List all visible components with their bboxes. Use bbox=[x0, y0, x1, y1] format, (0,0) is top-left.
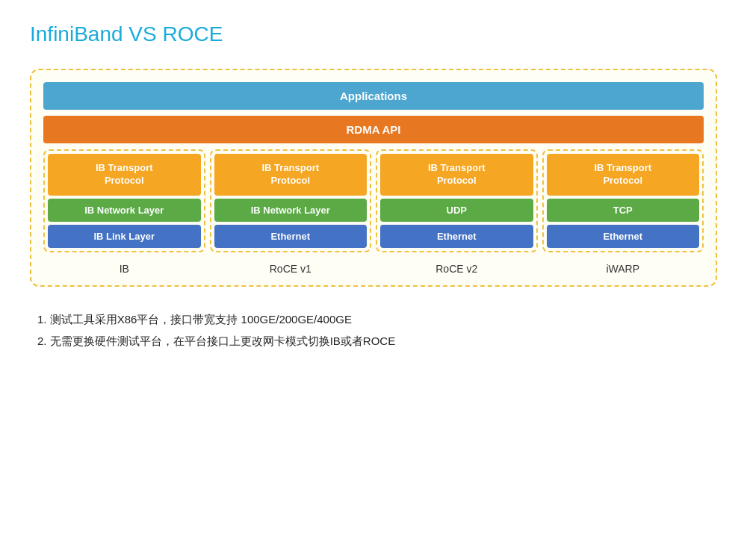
column-roce-v2: IB TransportProtocol UDP Ethernet bbox=[376, 149, 538, 252]
columns-section: IB TransportProtocol IB Network Layer IB… bbox=[43, 149, 704, 252]
label-ib: IB bbox=[43, 260, 205, 278]
roce-v2-transport: IB TransportProtocol bbox=[380, 154, 533, 196]
roce-v2-link: Ethernet bbox=[380, 225, 533, 248]
ib-transport: IB TransportProtocol bbox=[48, 154, 201, 196]
roce-v2-network: UDP bbox=[380, 199, 533, 222]
column-roce-v1: IB TransportProtocol IB Network Layer Et… bbox=[210, 149, 372, 252]
roce-v1-transport: IB TransportProtocol bbox=[214, 154, 368, 196]
applications-row: Applications bbox=[43, 82, 704, 110]
column-iwarp: IB TransportProtocol TCP Ethernet bbox=[542, 149, 704, 252]
rdma-api-cell: RDMA API bbox=[43, 116, 704, 143]
labels-row: IB RoCE v1 RoCE v2 iWARP bbox=[43, 260, 704, 278]
roce-v1-network: IB Network Layer bbox=[214, 199, 368, 222]
roce-v1-link: Ethernet bbox=[214, 225, 368, 248]
note-1: 测试工具采用X86平台，接口带宽支持 100GE/200GE/400GE bbox=[37, 309, 717, 331]
note-2: 无需更换硬件测试平台，在平台接口上更改网卡模式切换IB或者ROCE bbox=[37, 331, 717, 352]
diagram-container: Applications RDMA API IB TransportProtoc… bbox=[30, 69, 717, 287]
rdma-api-row: RDMA API bbox=[43, 116, 704, 143]
diagram-inner: Applications RDMA API IB TransportProtoc… bbox=[43, 82, 704, 278]
iwarp-link: Ethernet bbox=[547, 225, 700, 248]
ib-link: IB Link Layer bbox=[48, 225, 201, 248]
ib-network: IB Network Layer bbox=[48, 199, 201, 222]
label-roce-v1: RoCE v1 bbox=[210, 260, 372, 278]
page-title: InfiniBand VS ROCE bbox=[30, 22, 717, 46]
notes-section: 测试工具采用X86平台，接口带宽支持 100GE/200GE/400GE 无需更… bbox=[30, 309, 717, 352]
label-iwarp: iWARP bbox=[542, 260, 704, 278]
notes-list: 测试工具采用X86平台，接口带宽支持 100GE/200GE/400GE 无需更… bbox=[30, 309, 717, 352]
iwarp-transport: IB TransportProtocol bbox=[547, 154, 700, 196]
applications-cell: Applications bbox=[43, 82, 704, 110]
label-roce-v2: RoCE v2 bbox=[376, 260, 538, 278]
iwarp-network: TCP bbox=[547, 199, 700, 222]
column-ib: IB TransportProtocol IB Network Layer IB… bbox=[43, 149, 205, 252]
